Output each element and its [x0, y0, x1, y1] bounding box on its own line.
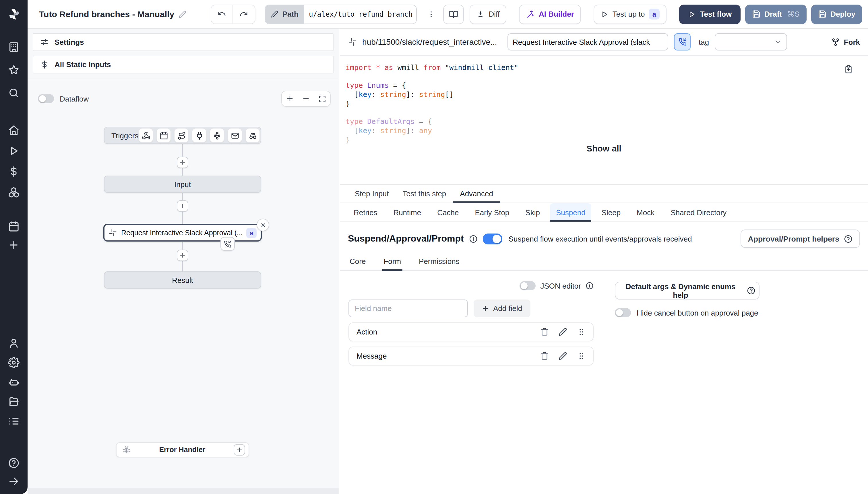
trigger-calendar-icon[interactable]: [156, 128, 171, 143]
insert-step-button[interactable]: [177, 250, 188, 261]
tab-mock[interactable]: Mock: [631, 203, 660, 222]
tab-shared-directory[interactable]: Shared Directory: [665, 203, 732, 222]
code-lines: import * as wmill from "windmill-client"…: [346, 63, 868, 144]
fit-view-button[interactable]: [316, 92, 328, 105]
tab-runtime[interactable]: Runtime: [388, 203, 427, 222]
step-summary-input[interactable]: [507, 33, 668, 51]
trigger-route-icon[interactable]: [174, 128, 189, 143]
static-inputs-button[interactable]: All Static Inputs: [33, 56, 334, 73]
flow-panel-header: Settings All Static Inputs: [27, 29, 339, 80]
suspend-enable-toggle[interactable]: [483, 233, 502, 244]
error-handler-node[interactable]: Error Handler: [116, 442, 249, 457]
test-up-to-button[interactable]: Test up to a: [594, 4, 667, 24]
tab-advanced[interactable]: Advanced: [453, 185, 500, 203]
tab-form[interactable]: Form: [382, 253, 402, 271]
approval-helpers-button[interactable]: Approval/Prompt helpers: [741, 229, 860, 248]
deploy-button[interactable]: Deploy: [811, 4, 862, 24]
more-menu-button[interactable]: [424, 4, 439, 24]
trigger-mail-icon[interactable]: [227, 128, 242, 143]
sidebar-item-workspace[interactable]: [8, 41, 19, 53]
sidebar-item-settings[interactable]: [8, 357, 19, 368]
sidebar-item-favorites[interactable]: [8, 64, 19, 76]
canvas-bottom-strip: [27, 488, 339, 494]
insert-step-button[interactable]: [177, 157, 188, 168]
wand-icon: [526, 10, 535, 18]
drag-field-handle[interactable]: [577, 352, 586, 360]
flow-settings-button[interactable]: Settings: [33, 33, 334, 51]
trigger-webhook-icon[interactable]: [138, 128, 153, 143]
windmill-logo-icon[interactable]: [0, 0, 27, 29]
tab-sleep[interactable]: Sleep: [596, 203, 627, 222]
copy-code-button[interactable]: [841, 64, 856, 75]
insert-step-button[interactable]: [177, 200, 188, 212]
code-editor[interactable]: import * as wmill from "windmill-client"…: [340, 56, 868, 171]
sidebar-item-schedules[interactable]: [8, 221, 19, 232]
sidebar-item-user[interactable]: [8, 337, 19, 349]
tab-retries[interactable]: Retries: [348, 203, 383, 222]
delete-field-button[interactable]: [540, 352, 549, 360]
field-name-input[interactable]: [349, 300, 468, 317]
drag-field-handle[interactable]: [577, 328, 586, 336]
tab-suspend[interactable]: Suspend: [550, 203, 591, 222]
tab-cache[interactable]: Cache: [431, 203, 464, 222]
sidebar-item-search[interactable]: [8, 87, 19, 99]
tag-select[interactable]: [715, 33, 787, 51]
tab-permissions[interactable]: Permissions: [418, 253, 461, 271]
sidebar-item-resources[interactable]: [8, 187, 19, 198]
info-icon: [586, 282, 594, 290]
sidebar-item-help[interactable]: [8, 457, 19, 469]
step-header: hub/11500/slack/request_interactive... t…: [340, 29, 868, 56]
path-input[interactable]: [304, 5, 416, 23]
hide-cancel-toggle[interactable]: [615, 308, 631, 317]
flow-canvas[interactable]: Dataflow Triggers Input: [27, 80, 339, 494]
default-args-help-button[interactable]: Default args & Dynamic enums help: [615, 282, 759, 300]
undo-button[interactable]: [211, 5, 233, 23]
edit-title-icon[interactable]: [178, 10, 186, 18]
tab-test-this-step[interactable]: Test this step: [396, 185, 453, 203]
sidebar-item-home[interactable]: [8, 125, 19, 136]
ai-builder-button[interactable]: AI Builder: [519, 4, 581, 24]
hub-script-path[interactable]: hub/11500/slack/request_interactive...: [348, 37, 502, 46]
trigger-kafka-icon[interactable]: [209, 128, 224, 143]
triggers-node[interactable]: Triggers: [104, 127, 261, 144]
tab-core[interactable]: Core: [349, 253, 367, 271]
sidebar-item-workers[interactable]: [8, 415, 19, 427]
draft-button[interactable]: Draft ⌘S: [745, 4, 806, 24]
fork-button[interactable]: Fork: [831, 38, 860, 46]
trigger-binoculars-icon[interactable]: [245, 128, 260, 143]
zoom-out-button[interactable]: [300, 92, 312, 105]
docs-button[interactable]: [443, 4, 464, 24]
diff-button[interactable]: Diff: [469, 4, 506, 24]
test-flow-button[interactable]: Test flow: [679, 4, 741, 24]
sidebar-item-runs[interactable]: [8, 145, 19, 157]
add-field-button[interactable]: Add field: [474, 300, 530, 317]
suspend-phone-button[interactable]: [674, 33, 690, 51]
sidebar-item-collapse[interactable]: [8, 476, 19, 487]
dataflow-toggle[interactable]: [38, 94, 54, 103]
edit-field-button[interactable]: [558, 328, 567, 336]
zoom-in-button[interactable]: [283, 92, 296, 105]
redo-button[interactable]: [233, 5, 255, 23]
path-chip[interactable]: Path: [265, 5, 304, 23]
trigger-plug-icon[interactable]: [192, 128, 207, 143]
json-editor-toggle[interactable]: [519, 281, 536, 290]
delete-field-button[interactable]: [540, 328, 549, 336]
step-id-badge: a: [246, 228, 257, 238]
edit-field-button[interactable]: [558, 352, 567, 360]
fork-label: Fork: [844, 38, 860, 46]
tab-early-stop[interactable]: Early Stop: [469, 203, 515, 222]
sidebar-item-folders[interactable]: [8, 396, 19, 407]
suspend-caption: Suspend flow execution until events/appr…: [509, 234, 692, 243]
delete-step-button[interactable]: [257, 218, 269, 231]
sidebar-item-variables[interactable]: [8, 166, 19, 177]
input-node[interactable]: Input: [104, 175, 261, 193]
triggers-label: Triggers: [111, 131, 138, 140]
tab-skip[interactable]: Skip: [519, 203, 546, 222]
show-all-button[interactable]: Show all: [340, 144, 868, 153]
tab-step-input[interactable]: Step Input: [348, 185, 396, 203]
sidebar-item-create[interactable]: [8, 239, 19, 251]
add-error-handler-button[interactable]: [234, 444, 245, 456]
approval-step-node[interactable]: Request Interactive Slack Approval (... …: [103, 224, 262, 242]
sidebar-item-ai[interactable]: [8, 376, 19, 388]
result-node[interactable]: Result: [104, 271, 261, 289]
